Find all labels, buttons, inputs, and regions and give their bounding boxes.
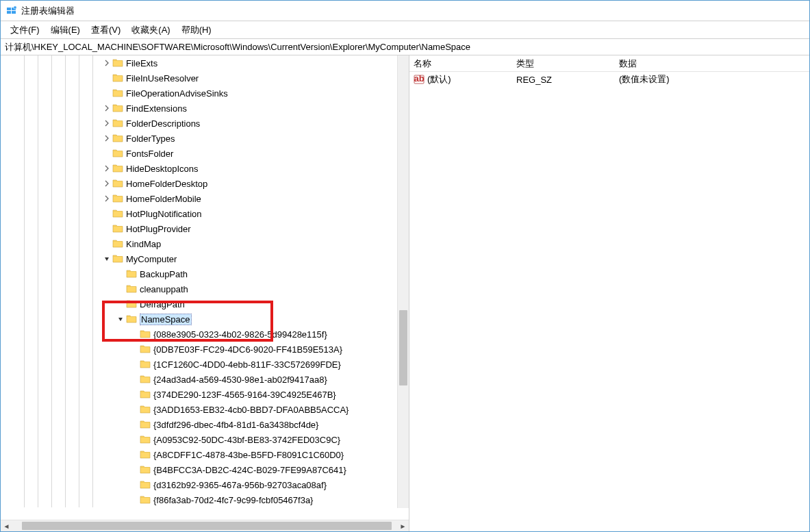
tree-item[interactable]: FolderTypes — [1, 131, 409, 146]
expand-open-icon[interactable] — [102, 254, 112, 264]
tree-item[interactable]: cleanuppath — [1, 281, 409, 296]
expand-closed-icon[interactable] — [102, 179, 112, 188]
folder-icon — [112, 118, 123, 129]
tree-item[interactable]: {A0953C92-50DC-43bf-BE83-3742FED03C9C} — [1, 432, 409, 447]
tree-item[interactable]: FolderDescriptions — [1, 116, 409, 131]
scrollbar-thumb[interactable] — [399, 310, 407, 385]
string-value-icon: ab — [414, 74, 425, 85]
scroll-right-icon[interactable]: ► — [397, 520, 409, 532]
menu-favorites[interactable]: 收藏夹(A) — [126, 22, 175, 38]
folder-icon — [140, 404, 151, 415]
folder-icon — [140, 494, 151, 505]
expand-closed-icon[interactable] — [102, 118, 112, 128]
tree-item-label: {3ADD1653-EB32-4cb0-BBD7-DFA0ABB5ACCA} — [153, 405, 349, 415]
tree-item-label: HotPlugNotification — [126, 209, 202, 219]
folder-icon — [126, 283, 137, 294]
menu-help[interactable]: 帮助(H) — [176, 22, 217, 38]
tree-item[interactable]: {088e3905-0323-4b02-9826-5d99428e115f} — [1, 327, 409, 342]
tree-item[interactable]: KindMap — [1, 236, 409, 251]
menubar: 文件(F) 编辑(E) 查看(V) 收藏夹(A) 帮助(H) — [1, 21, 809, 39]
column-data[interactable]: 数据 — [619, 58, 637, 70]
folder-icon — [112, 253, 123, 264]
tree-item[interactable]: {0DB7E03F-FC29-4DC6-9020-FF41B59E513A} — [1, 342, 409, 357]
tree-item-label: {1CF1260C-4DD0-4ebb-811F-33C572699FDE} — [153, 359, 341, 370]
expand-none — [129, 465, 139, 474]
scrollbar-thumb[interactable] — [22, 522, 392, 530]
expand-none — [129, 450, 139, 459]
tree-item[interactable]: HomeFolderMobile — [1, 191, 409, 206]
svg-text:ab: ab — [414, 74, 424, 84]
expand-none — [102, 88, 112, 98]
horizontal-scrollbar[interactable]: ◄ ► — [1, 520, 409, 531]
tree-item-label: HomeFolderMobile — [126, 194, 201, 204]
tree-item[interactable]: HotPlugNotification — [1, 206, 409, 221]
expand-closed-icon[interactable] — [102, 134, 112, 143]
expand-open-icon[interactable] — [116, 314, 125, 324]
tree-item[interactable]: FileExts — [1, 55, 409, 71]
svg-point-4 — [14, 5, 16, 8]
tree-item[interactable]: {374DE290-123F-4565-9164-39C4925E467B} — [1, 387, 409, 402]
address-bar[interactable]: 计算机\HKEY_LOCAL_MACHINE\SOFTWARE\Microsof… — [1, 39, 809, 55]
tree-item[interactable]: FindExtensions — [1, 101, 409, 116]
tree-item[interactable]: FileOperationAdviseSinks — [1, 86, 409, 101]
folder-icon — [112, 223, 123, 234]
tree-item-label: BackupPath — [140, 269, 188, 279]
tree-item[interactable]: {1CF1260C-4DD0-4ebb-811F-33C572699FDE} — [1, 357, 409, 372]
svg-rect-0 — [7, 8, 11, 10]
content-area: FileExtsFileInUseResolverFileOperationAd… — [1, 55, 809, 531]
expand-none — [129, 390, 139, 399]
column-name[interactable]: 名称 — [414, 58, 516, 70]
folder-icon — [140, 344, 151, 355]
tree-item[interactable]: NameSpace — [1, 312, 409, 327]
values-header: 名称 类型 数据 — [409, 55, 809, 72]
menu-edit[interactable]: 编辑(E) — [45, 22, 86, 38]
tree-item[interactable]: HideDesktopIcons — [1, 161, 409, 176]
folder-icon — [140, 434, 151, 445]
expand-closed-icon[interactable] — [102, 164, 112, 173]
tree-item[interactable]: {B4BFCC3A-DB2C-424C-B029-7FE99A87C641} — [1, 462, 409, 477]
menu-file[interactable]: 文件(F) — [5, 22, 45, 38]
expand-closed-icon[interactable] — [102, 103, 112, 113]
expand-none — [116, 269, 125, 279]
scrollbar-track[interactable] — [12, 520, 397, 531]
value-name: (默认) — [427, 73, 451, 86]
tree-item[interactable]: {f86fa3ab-70d2-4fc7-9c99-fcbf05467f3a} — [1, 492, 409, 507]
menu-view[interactable]: 查看(V) — [86, 22, 126, 38]
tree-item-label: {0DB7E03F-FC29-4DC6-9020-FF41B59E513A} — [153, 344, 342, 355]
tree-item-label: FileExts — [126, 58, 157, 68]
tree-item[interactable]: {d3162b92-9365-467a-956b-92703aca08af} — [1, 477, 409, 492]
expand-none — [129, 495, 139, 505]
tree-item[interactable]: {A8CDFF1C-4878-43be-B5FD-F8091C1C60D0} — [1, 447, 409, 462]
folder-icon — [140, 329, 151, 340]
vertical-scrollbar[interactable] — [397, 55, 409, 508]
tree-item[interactable]: HomeFolderDesktop — [1, 176, 409, 191]
tree-item-label: {24ad3ad4-a569-4530-98e1-ab02f9417aa8} — [153, 375, 327, 385]
tree-item[interactable]: {3dfdf296-dbec-4fb4-81d1-6a3438bcf4de} — [1, 417, 409, 432]
expand-none — [129, 405, 139, 414]
tree-item[interactable]: FontsFolder — [1, 146, 409, 161]
tree-item-label: MyComputer — [126, 254, 177, 264]
tree-item[interactable]: {3ADD1653-EB32-4cb0-BBD7-DFA0ABB5ACCA} — [1, 402, 409, 417]
folder-icon — [112, 148, 123, 159]
expand-closed-icon[interactable] — [102, 194, 112, 203]
column-type[interactable]: 类型 — [516, 58, 619, 70]
tree-item[interactable]: HotPlugProvider — [1, 221, 409, 236]
folder-icon — [112, 208, 123, 219]
tree-item[interactable]: FileInUseResolver — [1, 71, 409, 86]
tree-item[interactable]: MyComputer — [1, 251, 409, 266]
tree-item[interactable]: DefragPath — [1, 296, 409, 312]
folder-icon — [140, 374, 151, 385]
titlebar: 注册表编辑器 — [1, 1, 809, 21]
expand-none — [102, 149, 112, 158]
tree-item-label: FolderDescriptions — [126, 118, 200, 129]
value-row[interactable]: ab(默认)REG_SZ(数值未设置) — [409, 72, 809, 87]
tree-item[interactable]: BackupPath — [1, 266, 409, 281]
folder-icon — [112, 88, 123, 99]
scroll-left-icon[interactable]: ◄ — [1, 520, 12, 532]
tree-scroll-area[interactable]: FileExtsFileInUseResolverFileOperationAd… — [1, 55, 409, 520]
tree-item-label: NameSpace — [140, 314, 192, 325]
expand-none — [116, 299, 125, 309]
folder-icon — [140, 479, 151, 490]
tree-item[interactable]: {24ad3ad4-a569-4530-98e1-ab02f9417aa8} — [1, 372, 409, 387]
expand-closed-icon[interactable] — [102, 58, 112, 68]
